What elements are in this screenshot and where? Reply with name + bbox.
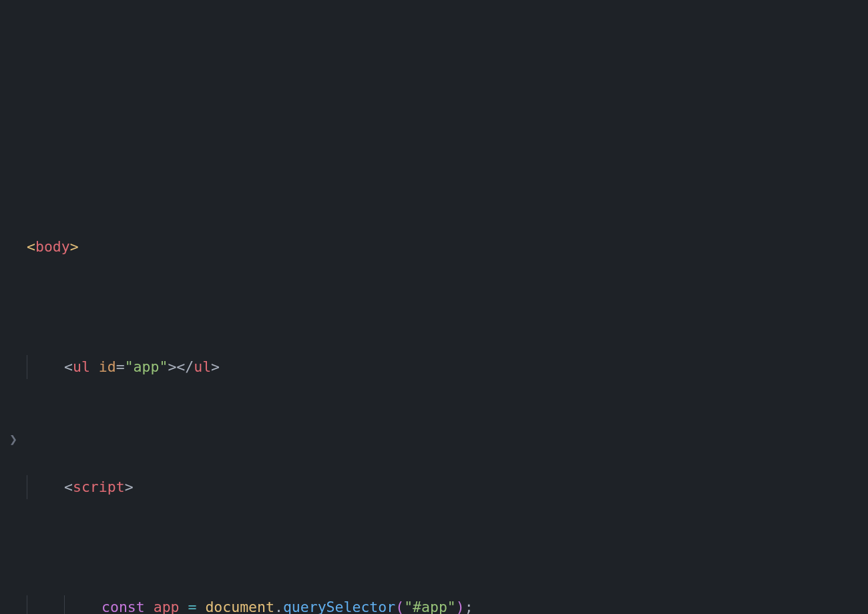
tag-body: body <box>35 235 70 259</box>
editor-gutter: ❯ <box>0 19 27 614</box>
angle-close: > <box>70 235 79 259</box>
code-content[interactable]: <body> <ul id="app"></ul> <script> const… <box>27 139 868 614</box>
code-line[interactable]: <body> <box>27 235 868 259</box>
code-line[interactable]: const app = document.querySelector("#app… <box>27 595 868 614</box>
code-line[interactable]: <script> <box>27 475 868 499</box>
fold-chevron-icon[interactable]: ❯ <box>0 427 27 451</box>
angle-open: < <box>27 235 35 259</box>
code-line[interactable]: <ul id="app"></ul> <box>27 355 868 379</box>
code-editor[interactable]: ❯ <body> <ul id="app"></ul> <script> con… <box>0 0 868 614</box>
